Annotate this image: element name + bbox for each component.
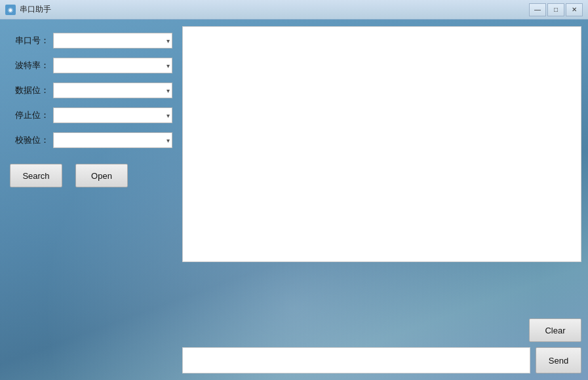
parity-select[interactable]	[53, 132, 172, 148]
title-buttons: — □ ✕	[529, 3, 583, 16]
serial-port-row: 串口号： ▾	[10, 33, 172, 48]
app-icon: ◉	[5, 5, 16, 15]
window-body: 串口号： ▾ 波特率： ▾ 数据位： ▾	[0, 20, 588, 380]
data-bits-select-wrapper: ▾	[53, 83, 172, 98]
close-button[interactable]: ✕	[566, 3, 583, 16]
text-display-area[interactable]	[182, 26, 581, 262]
clear-button[interactable]: Clear	[529, 318, 581, 342]
stop-bits-row: 停止位： ▾	[10, 107, 172, 123]
left-panel: 串口号： ▾ 波特率： ▾ 数据位： ▾	[0, 20, 182, 380]
open-button[interactable]: Open	[75, 164, 128, 187]
send-input[interactable]	[182, 347, 530, 373]
send-row: Send	[182, 347, 581, 373]
data-bits-label: 数据位：	[10, 85, 49, 96]
baud-rate-select-wrapper: ▾	[53, 58, 172, 73]
action-buttons: Search Open	[10, 164, 172, 187]
stop-bits-select[interactable]	[53, 107, 172, 123]
bottom-area: Clear Send	[182, 318, 581, 373]
stop-bits-select-wrapper: ▾	[53, 107, 172, 123]
stop-bits-label: 停止位：	[10, 109, 49, 121]
data-bits-row: 数据位： ▾	[10, 83, 172, 98]
baud-rate-select[interactable]	[53, 58, 172, 73]
parity-select-wrapper: ▾	[53, 132, 172, 148]
serial-port-select-wrapper: ▾	[53, 33, 172, 48]
title-bar-left: ◉ 串口助手	[5, 4, 51, 15]
maximize-button[interactable]: □	[547, 3, 564, 16]
baud-rate-row: 波特率： ▾	[10, 58, 172, 73]
data-bits-select[interactable]	[53, 83, 172, 98]
search-button[interactable]: Search	[10, 164, 62, 187]
parity-row: 校验位： ▾	[10, 132, 172, 148]
clear-row: Clear	[182, 318, 581, 342]
right-panel	[182, 26, 581, 262]
title-bar: ◉ 串口助手 — □ ✕	[0, 0, 588, 20]
minimize-button[interactable]: —	[529, 3, 546, 16]
serial-port-select[interactable]	[53, 33, 172, 48]
send-button[interactable]: Send	[536, 347, 581, 373]
baud-rate-label: 波特率：	[10, 60, 49, 71]
parity-label: 校验位：	[10, 134, 49, 146]
serial-port-label: 串口号：	[10, 35, 49, 47]
window-title: 串口助手	[20, 4, 51, 15]
